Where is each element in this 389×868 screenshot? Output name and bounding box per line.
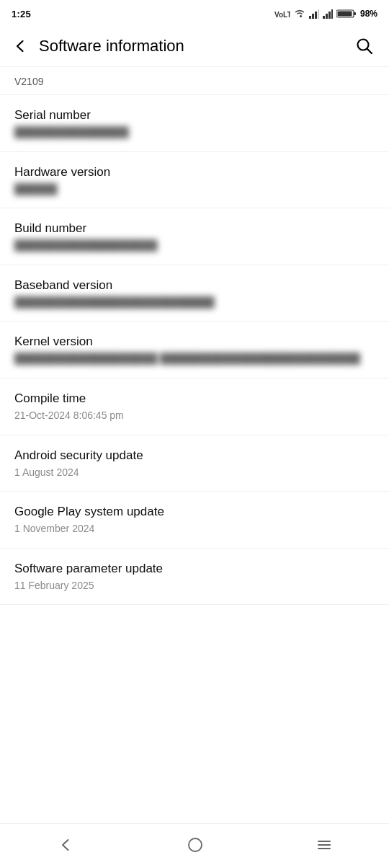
svg-text:VoLTE: VoLTE xyxy=(274,11,290,19)
info-item-value: 21-Oct-2024 8:06:45 pm xyxy=(14,409,375,423)
svg-rect-7 xyxy=(328,12,331,19)
battery-percent: 98% xyxy=(360,9,377,19)
battery-icon xyxy=(336,9,357,19)
svg-rect-2 xyxy=(312,14,314,19)
info-item: Android security update1 August 2024 xyxy=(0,435,389,492)
svg-rect-15 xyxy=(318,841,331,842)
wifi-icon xyxy=(294,9,305,19)
info-item-value: 1 August 2024 xyxy=(14,466,375,480)
nav-home-button[interactable] xyxy=(173,833,218,857)
svg-rect-10 xyxy=(354,12,356,15)
status-time: 1:25 xyxy=(12,9,31,19)
back-button[interactable] xyxy=(6,35,35,58)
info-item-value: ████████████████████ xyxy=(14,239,375,253)
info-item-label: Compile time xyxy=(14,391,375,406)
svg-rect-17 xyxy=(318,848,331,849)
svg-line-13 xyxy=(367,49,372,54)
page-title: Software information xyxy=(39,37,184,56)
svg-rect-5 xyxy=(323,16,325,19)
info-item-label: Kernel version xyxy=(14,335,375,349)
svg-rect-3 xyxy=(315,12,317,19)
info-item-value: 1 November 2024 xyxy=(14,522,375,536)
version-label: V2109 xyxy=(0,67,389,95)
info-item: Kernel version████████████████████ █████… xyxy=(0,322,389,378)
info-item: Software parameter update11 February 202… xyxy=(0,549,389,606)
svg-rect-11 xyxy=(337,12,352,17)
search-icon xyxy=(354,36,375,56)
nav-bar xyxy=(0,823,389,868)
info-item: Build number████████████████████ xyxy=(0,208,389,265)
info-item: Hardware version██████ xyxy=(0,152,389,209)
signal2-icon xyxy=(323,9,333,19)
info-item-value: ████████████████████ ███████████████████… xyxy=(14,352,375,366)
header-left: Software information xyxy=(6,35,184,58)
info-item-label: Baseband version xyxy=(14,278,375,293)
svg-point-14 xyxy=(189,838,202,851)
nav-menu-icon xyxy=(316,837,332,853)
nav-back-button[interactable] xyxy=(43,832,89,858)
status-bar: 1:25 VoLTE 98% xyxy=(0,0,389,26)
info-item: Google Play system update1 November 2024 xyxy=(0,492,389,549)
header: Software information xyxy=(0,26,389,67)
info-item-value: ██████ xyxy=(14,182,375,197)
volte-icon: VoLTE xyxy=(274,9,290,19)
info-items-container: Serial number████████████████Hardware ve… xyxy=(0,95,389,605)
status-icons: VoLTE 98% xyxy=(274,9,377,19)
info-item-label: Google Play system update xyxy=(14,505,375,519)
info-item-label: Software parameter update xyxy=(14,562,375,576)
info-item-label: Android security update xyxy=(14,448,375,463)
nav-back-icon xyxy=(57,836,74,854)
signal1-icon xyxy=(309,9,319,19)
svg-rect-4 xyxy=(318,9,319,19)
content-area: V2109 Serial number████████████████Hardw… xyxy=(0,67,389,823)
info-item-label: Hardware version xyxy=(14,165,375,180)
svg-rect-8 xyxy=(331,9,333,19)
info-item-value: 11 February 2025 xyxy=(14,579,375,593)
svg-rect-1 xyxy=(309,16,311,19)
back-icon xyxy=(12,37,29,55)
search-button[interactable] xyxy=(352,33,377,59)
info-item: Baseband version████████████████████████… xyxy=(0,265,389,322)
info-item: Serial number████████████████ xyxy=(0,95,389,152)
info-item-label: Build number xyxy=(14,221,375,236)
info-item-value: ████████████████████████████ xyxy=(14,296,375,310)
nav-home-icon xyxy=(187,837,203,853)
svg-rect-16 xyxy=(318,844,331,846)
svg-rect-6 xyxy=(326,14,328,19)
info-item-label: Serial number xyxy=(14,108,375,123)
nav-menu-button[interactable] xyxy=(302,833,346,857)
info-item: Compile time21-Oct-2024 8:06:45 pm xyxy=(0,378,389,435)
info-item-value: ████████████████ xyxy=(14,125,375,140)
